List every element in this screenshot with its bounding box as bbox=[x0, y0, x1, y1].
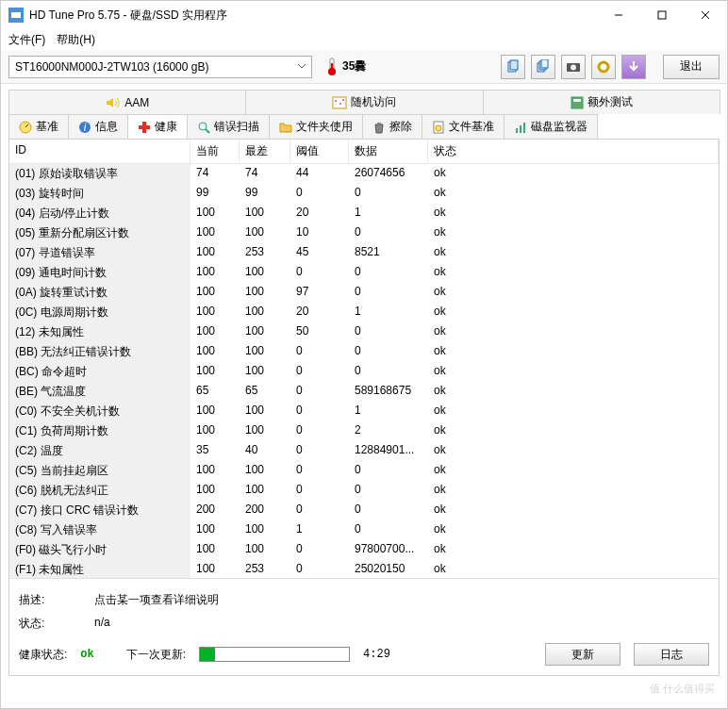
cell-thr: 20 bbox=[290, 204, 349, 223]
menu-file[interactable]: 文件(F) bbox=[8, 32, 45, 48]
health-status-label: 健康状态: bbox=[19, 647, 67, 663]
cell-stat: ok bbox=[428, 441, 719, 461]
cell-stat: ok bbox=[428, 501, 719, 520]
table-row[interactable]: (C0) 不安全关机计数10010001ok bbox=[9, 402, 719, 421]
table-row[interactable]: (BC) 命令超时10010000ok bbox=[9, 362, 719, 382]
save-button[interactable] bbox=[621, 55, 646, 79]
table-row[interactable]: (F0) 磁头飞行小时100100097800700...ok bbox=[9, 540, 719, 560]
tab-extra-tests[interactable]: 额外测试 bbox=[483, 90, 720, 114]
table-row[interactable]: (12) 未知属性100100500ok bbox=[9, 322, 719, 342]
table-row[interactable]: (01) 原始读取错误率74744426074656ok bbox=[9, 164, 719, 184]
table-row[interactable]: (07) 寻道错误率100253458521ok bbox=[9, 243, 719, 263]
copy-all-button[interactable] bbox=[531, 55, 555, 79]
cell-id: (C6) 脱机无法纠正 bbox=[9, 481, 190, 501]
tab-aam[interactable]: AAM bbox=[8, 90, 246, 114]
menu-help[interactable]: 帮助(H) bbox=[57, 32, 95, 48]
close-button[interactable] bbox=[684, 1, 727, 29]
tab-info[interactable]: i 信息 bbox=[68, 114, 128, 139]
table-row[interactable]: (BB) 无法纠正错误计数10010000ok bbox=[9, 342, 719, 362]
cell-stat: ok bbox=[428, 481, 719, 501]
cell-thr: 1 bbox=[290, 520, 349, 540]
cell-id: (12) 未知属性 bbox=[9, 322, 190, 342]
col-header-id[interactable]: ID bbox=[9, 140, 190, 163]
cell-thr: 0 bbox=[290, 560, 349, 579]
exit-button[interactable]: 退出 bbox=[663, 55, 720, 79]
minimize-button[interactable] bbox=[597, 1, 640, 29]
cell-stat: ok bbox=[428, 322, 719, 342]
cell-cur: 100 bbox=[190, 204, 240, 223]
col-header-data[interactable]: 数据 bbox=[349, 140, 428, 163]
title-bar: HD Tune Pro 5.75 - 硬盘/SSD 实用程序 bbox=[1, 1, 727, 29]
copy-button[interactable] bbox=[501, 55, 525, 79]
tab-erase[interactable]: 擦除 bbox=[362, 114, 422, 139]
cell-thr: 0 bbox=[290, 362, 349, 382]
tab-error-scan[interactable]: 错误扫描 bbox=[187, 114, 270, 139]
smart-table-body[interactable]: (01) 原始读取错误率74744426074656ok(03) 旋转时间999… bbox=[9, 164, 719, 579]
cell-id: (0C) 电源周期计数 bbox=[9, 303, 190, 322]
table-row[interactable]: (05) 重新分配扇区计数100100100ok bbox=[9, 223, 719, 243]
col-header-current[interactable]: 当前 bbox=[190, 140, 240, 163]
cell-data: 1 bbox=[349, 402, 428, 421]
options-button[interactable] bbox=[591, 55, 616, 79]
cell-cur: 99 bbox=[190, 184, 240, 204]
tab-health[interactable]: 健康 bbox=[127, 114, 188, 139]
cell-cur: 100 bbox=[190, 461, 240, 481]
table-row[interactable]: (04) 启动/停止计数100100201ok bbox=[9, 204, 719, 223]
cell-data: 0 bbox=[349, 342, 428, 362]
table-row[interactable]: (09) 通电时间计数10010000ok bbox=[9, 263, 719, 283]
maximize-button[interactable] bbox=[640, 1, 684, 29]
tab-file-benchmark[interactable]: 文件基准 bbox=[422, 114, 505, 139]
cell-stat: ok bbox=[428, 540, 719, 560]
svg-point-30 bbox=[199, 123, 207, 130]
svg-rect-10 bbox=[510, 60, 518, 70]
cell-data: 26074656 bbox=[349, 164, 428, 184]
speaker-icon bbox=[106, 96, 121, 109]
cell-thr: 20 bbox=[290, 303, 349, 322]
table-row[interactable]: (03) 旋转时间999900ok bbox=[9, 184, 719, 204]
table-row[interactable]: (0C) 电源周期计数100100201ok bbox=[9, 303, 719, 322]
cell-cur: 100 bbox=[190, 243, 240, 263]
col-header-worst[interactable]: 最差 bbox=[240, 140, 290, 163]
table-row[interactable]: (C5) 当前挂起扇区10010000ok bbox=[9, 461, 719, 481]
col-header-threshold[interactable]: 阈值 bbox=[290, 140, 349, 163]
cell-thr: 0 bbox=[290, 461, 349, 481]
drive-select[interactable]: ST16000NM000J-2TW103 (16000 gB) bbox=[8, 56, 312, 78]
bottom-bar: 健康状态: ok 下一次更新: 4:29 更新 日志 bbox=[9, 632, 719, 675]
table-row[interactable]: (F1) 未知属性100253025020150ok bbox=[9, 560, 719, 579]
cell-data: 0 bbox=[349, 322, 428, 342]
table-row[interactable]: (BE) 气流温度65650589168675ok bbox=[9, 382, 719, 402]
cell-worst: 100 bbox=[240, 342, 290, 362]
table-row[interactable]: (C6) 脱机无法纠正10010000ok bbox=[9, 481, 719, 501]
log-button[interactable]: 日志 bbox=[634, 643, 709, 666]
svg-line-31 bbox=[206, 129, 209, 133]
smart-table-header: ID 当前 最差 阈值 数据 状态 bbox=[9, 140, 719, 164]
col-header-status[interactable]: 状态 bbox=[428, 140, 719, 163]
chart-icon bbox=[514, 121, 527, 134]
svg-point-17 bbox=[602, 65, 605, 69]
tab-disk-monitor[interactable]: 磁盘监视器 bbox=[504, 114, 598, 139]
temperature-display: 35爨 bbox=[325, 58, 366, 76]
table-row[interactable]: (C2) 温度3540012884901...ok bbox=[9, 441, 719, 461]
table-row[interactable]: (C7) 接口 CRC 错误计数20020000ok bbox=[9, 501, 719, 520]
tab-folder-usage[interactable]: 文件夹使用 bbox=[269, 114, 363, 139]
table-row[interactable]: (C1) 负荷周期计数10010002ok bbox=[9, 421, 719, 441]
cell-worst: 40 bbox=[240, 441, 290, 461]
cell-id: (04) 启动/停止计数 bbox=[9, 204, 190, 223]
svg-rect-37 bbox=[523, 123, 525, 133]
cell-worst: 100 bbox=[240, 402, 290, 421]
screenshot-button[interactable] bbox=[561, 55, 586, 79]
cell-thr: 97 bbox=[290, 283, 349, 303]
cell-id: (C1) 负荷周期计数 bbox=[9, 421, 190, 441]
svg-point-34 bbox=[436, 125, 441, 131]
cell-cur: 100 bbox=[190, 342, 240, 362]
cell-data: 0 bbox=[349, 223, 428, 243]
cell-id: (01) 原始读取错误率 bbox=[9, 164, 190, 184]
tab-benchmark[interactable]: 基准 bbox=[8, 114, 69, 139]
cell-id: (03) 旋转时间 bbox=[9, 184, 190, 204]
update-button[interactable]: 更新 bbox=[545, 643, 620, 666]
table-row[interactable]: (C8) 写入错误率10010010ok bbox=[9, 520, 719, 540]
cell-id: (C7) 接口 CRC 错误计数 bbox=[9, 501, 190, 520]
desc-label: 描述: bbox=[19, 592, 94, 608]
table-row[interactable]: (0A) 旋转重试计数100100970ok bbox=[9, 283, 719, 303]
tab-random-access[interactable]: 随机访问 bbox=[245, 90, 483, 114]
